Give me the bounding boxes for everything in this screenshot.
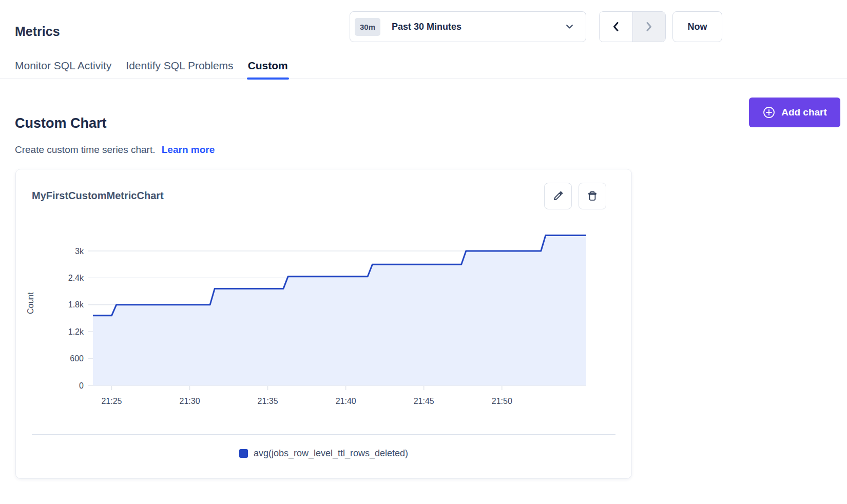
time-window-nav bbox=[599, 11, 666, 42]
y-tick-label: 1.8k bbox=[68, 300, 84, 309]
edit-chart-button[interactable] bbox=[544, 183, 572, 209]
plus-circle-icon bbox=[762, 106, 776, 119]
legend-divider bbox=[32, 434, 615, 435]
learn-more-link[interactable]: Learn more bbox=[162, 144, 215, 155]
trash-icon bbox=[586, 190, 599, 202]
prev-time-window-button[interactable] bbox=[600, 12, 632, 42]
active-tab-indicator bbox=[247, 77, 289, 80]
legend-label: avg(jobs_row_level_ttl_rows_deleted) bbox=[254, 448, 408, 459]
chevron-down-icon bbox=[566, 24, 573, 29]
timeseries-svg: 06001.2k1.8k2.4k3k21:2521:3021:3521:4021… bbox=[21, 218, 591, 413]
tab-label: Custom bbox=[248, 60, 288, 72]
add-chart-button[interactable]: Add chart bbox=[749, 98, 840, 127]
series-fill bbox=[93, 235, 586, 385]
next-time-window-button[interactable] bbox=[632, 12, 666, 42]
custom-chart-card: MyFirstCustomMetricChart Count 06001.2k1… bbox=[15, 169, 632, 479]
x-tick-label: 21:25 bbox=[101, 397, 122, 405]
chevron-left-icon bbox=[611, 21, 621, 32]
tab-bar: Monitor SQL Activity Identify SQL Proble… bbox=[0, 53, 847, 79]
now-button[interactable]: Now bbox=[672, 11, 722, 42]
tab-monitor-sql-activity[interactable]: Monitor SQL Activity bbox=[15, 53, 111, 79]
legend-swatch bbox=[239, 449, 248, 458]
section-heading: Custom Chart bbox=[15, 115, 107, 131]
tab-identify-sql-problems[interactable]: Identify SQL Problems bbox=[126, 53, 233, 79]
pencil-icon bbox=[552, 190, 564, 202]
x-tick-label: 21:30 bbox=[180, 397, 200, 405]
chart-legend[interactable]: avg(jobs_row_level_ttl_rows_deleted) bbox=[16, 448, 631, 459]
add-chart-label: Add chart bbox=[781, 107, 827, 118]
chevron-right-icon bbox=[644, 21, 654, 32]
y-tick-label: 2.4k bbox=[68, 274, 84, 282]
tab-label: Identify SQL Problems bbox=[126, 60, 233, 72]
y-tick-label: 600 bbox=[70, 354, 84, 363]
section-description: Create custom time series chart. Learn m… bbox=[15, 144, 215, 156]
description-text: Create custom time series chart. bbox=[15, 144, 155, 155]
chart-title: MyFirstCustomMetricChart bbox=[32, 190, 164, 202]
time-range-badge: 30m bbox=[355, 18, 380, 36]
time-range-dropdown[interactable]: 30m Past 30 Minutes bbox=[350, 11, 586, 42]
y-tick-label: 1.2k bbox=[68, 327, 84, 336]
x-tick-label: 21:40 bbox=[336, 397, 356, 405]
tab-custom[interactable]: Custom bbox=[248, 53, 288, 79]
x-tick-label: 21:35 bbox=[258, 397, 278, 405]
time-range-label: Past 30 Minutes bbox=[392, 22, 566, 32]
page-title: Metrics bbox=[15, 24, 60, 39]
delete-chart-button[interactable] bbox=[579, 183, 606, 209]
y-tick-label: 3k bbox=[75, 247, 84, 256]
y-tick-label: 0 bbox=[79, 381, 84, 390]
x-tick-label: 21:45 bbox=[414, 397, 434, 405]
tab-label: Monitor SQL Activity bbox=[15, 60, 111, 72]
x-tick-label: 21:50 bbox=[492, 397, 512, 405]
